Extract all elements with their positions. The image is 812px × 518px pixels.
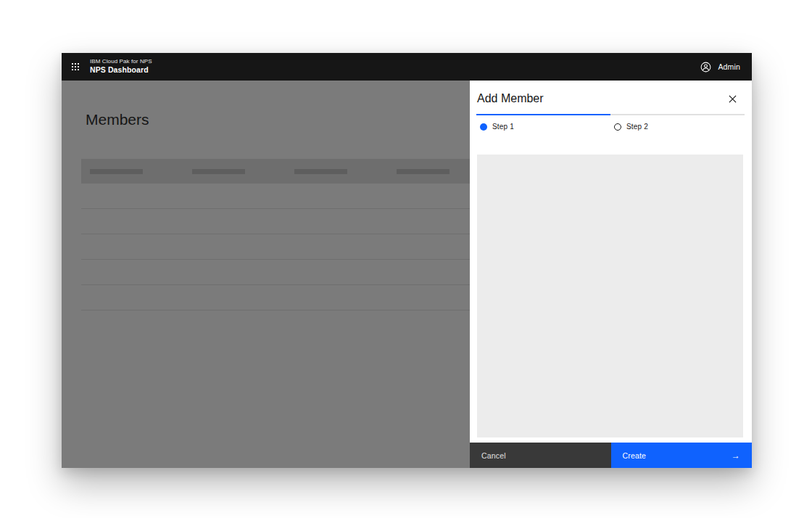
step-current-icon xyxy=(480,123,487,131)
step-label: Step 1 xyxy=(492,123,514,131)
close-icon xyxy=(729,95,737,103)
progress-indicator: Step 1Step 2 xyxy=(476,114,745,131)
cancel-button[interactable]: Cancel xyxy=(470,443,611,468)
panel-footer: Cancel Create → xyxy=(470,443,752,468)
step-label: Step 2 xyxy=(626,123,648,131)
user-label: Admin xyxy=(718,62,740,71)
product-name: IBM Cloud Pak for NPS xyxy=(90,58,152,65)
grid-icon xyxy=(72,63,79,70)
panel-header: Add Member xyxy=(470,81,752,114)
progress-step-2[interactable]: Step 2 xyxy=(610,114,745,131)
panel-title: Add Member xyxy=(477,92,745,105)
user-avatar-icon xyxy=(700,62,711,73)
app-header: IBM Cloud Pak for NPS NPS Dashboard Admi… xyxy=(62,53,752,81)
cancel-label: Cancel xyxy=(481,451,506,460)
add-member-panel: Add Member Step 1Step 2 Cancel Create → xyxy=(470,81,752,468)
app-switcher-button[interactable] xyxy=(62,53,89,81)
arrow-right-icon: → xyxy=(732,451,740,460)
progress-step-1[interactable]: Step 1 xyxy=(476,114,610,131)
page-body: Members Add Member Step 1Step 2 Cancel xyxy=(62,81,752,468)
panel-content-placeholder xyxy=(477,155,743,437)
user-menu-button[interactable]: Admin xyxy=(689,53,752,81)
create-button[interactable]: Create → xyxy=(611,443,753,468)
app-name: NPS Dashboard xyxy=(90,65,152,75)
create-label: Create xyxy=(623,451,646,460)
app-window: IBM Cloud Pak for NPS NPS Dashboard Admi… xyxy=(62,53,752,468)
step-incomplete-icon xyxy=(614,123,621,131)
close-button[interactable] xyxy=(724,90,741,107)
product-title: IBM Cloud Pak for NPS NPS Dashboard xyxy=(90,58,152,75)
